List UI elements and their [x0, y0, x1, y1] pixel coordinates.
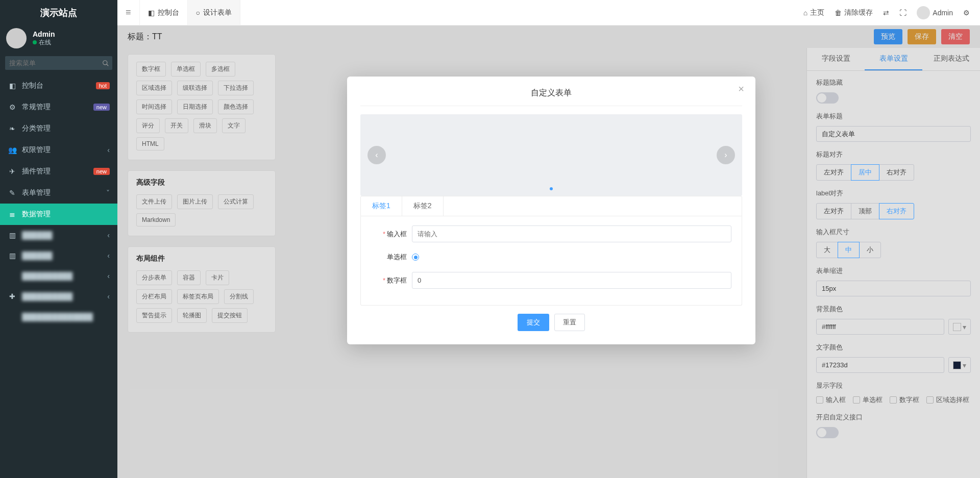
menu-icon: ◧ — [8, 82, 17, 90]
sidebar-item[interactable]: ⚙常规管理new — [0, 96, 117, 118]
sidebar-item[interactable]: ◧控制台hot — [0, 75, 117, 96]
sidebar-item[interactable]: ❧分类管理 — [0, 118, 117, 139]
seg-label-align[interactable]: 右对齐 — [879, 203, 914, 219]
sidebar-item[interactable]: ██████████████ — [0, 307, 117, 327]
sidebar-menu: ◧控制台hot⚙常规管理new❧分类管理👥权限管理‹✈插件管理new✎表单管理˅… — [0, 75, 117, 327]
menu-icon: ✎ — [8, 189, 17, 197]
seg-title-align[interactable]: 居中 — [851, 164, 879, 181]
menu-label: ██████ — [22, 251, 102, 260]
chevron-down-icon: ˅ — [106, 189, 110, 197]
tab-icon: ◧ — [148, 9, 155, 17]
chevron-left-icon: ‹ — [107, 231, 110, 239]
menu-label: 控制台 — [22, 81, 91, 90]
carousel-dot[interactable] — [550, 187, 553, 190]
menu-icon: ≣ — [8, 210, 17, 218]
home-icon: ⌂ — [803, 9, 807, 17]
menu-icon: ▥ — [8, 231, 17, 239]
menu-icon: ⚙ — [8, 103, 17, 111]
sidebar-item[interactable]: 👥权限管理‹ — [0, 139, 117, 161]
sidebar-item[interactable]: ✚██████████‹ — [0, 286, 117, 307]
sidebar: 演示站点 Admin 在线 ◧控制台hot⚙常规管理new❧分类管理👥权限管理‹… — [0, 0, 117, 478]
sidebar-item[interactable]: ✈插件管理new — [0, 161, 117, 182]
sidebar-item[interactable]: ▥██████‹ — [0, 225, 117, 245]
home-link[interactable]: ⌂主页 — [803, 8, 824, 17]
badge: new — [93, 104, 110, 111]
number-label: 数字框 — [387, 276, 407, 284]
sidebar-item[interactable]: ≣数据管理 — [0, 204, 117, 225]
menu-label: 数据管理 — [22, 210, 110, 219]
clear-cache-link[interactable]: 🗑清除缓存 — [835, 8, 873, 17]
svg-point-0 — [103, 60, 107, 64]
user-avatar[interactable] — [6, 28, 27, 48]
top-tab[interactable]: ○设计表单 — [188, 0, 240, 25]
menu-label: 表单管理 — [22, 188, 101, 197]
modal-tab[interactable]: 标签1 — [361, 196, 402, 216]
menu-label: 分类管理 — [22, 124, 110, 133]
badge: new — [93, 168, 110, 175]
menu-label: ██████████ — [22, 272, 102, 280]
sidebar-item[interactable]: ✎表单管理˅ — [0, 182, 117, 204]
input-label: 输入框 — [387, 230, 407, 238]
top-tab[interactable]: ◧控制台 — [140, 0, 188, 25]
menu-label: ██████████████ — [22, 313, 110, 321]
carousel[interactable]: ‹ › — [360, 114, 742, 196]
chevron-left-icon: ‹ — [107, 272, 110, 280]
user-block: Admin 在线 — [0, 26, 117, 51]
lang-icon[interactable]: ⇄ — [883, 9, 889, 17]
modal-form: × 自定义表单 ‹ › 标签1标签2 *输入框 单选框 *数字框 提交 重置 — [347, 77, 755, 344]
hamburger-icon[interactable]: ≡ — [117, 0, 140, 25]
menu-icon: ❧ — [8, 124, 17, 133]
reset-button[interactable]: 重置 — [554, 314, 585, 331]
radio-label: 单选框 — [387, 253, 407, 261]
modal-tabs: 标签1标签2 — [360, 196, 742, 216]
menu-label: 常规管理 — [22, 103, 88, 112]
modal-input-field[interactable] — [412, 225, 731, 242]
chevron-left-icon: ‹ — [107, 292, 110, 300]
tab-label: 控制台 — [158, 8, 179, 17]
user-status: 在线 — [33, 38, 55, 47]
modal-title: 自定义表单 — [360, 88, 742, 106]
topbar-user[interactable]: Admin — [917, 6, 953, 19]
chevron-left-icon: ‹ — [107, 251, 110, 260]
online-dot-icon — [33, 40, 37, 44]
tab-icon: ○ — [196, 9, 200, 17]
topbar: ≡ ◧控制台○设计表单 ⌂主页 🗑清除缓存 ⇄ ⛶ Admin ⚙ — [117, 0, 980, 26]
avatar-icon — [917, 6, 930, 19]
sidebar-item[interactable]: ▥██████‹ — [0, 245, 117, 266]
tab-label: 设计表单 — [203, 8, 232, 17]
modal-radio[interactable] — [412, 254, 419, 261]
fullscreen-icon[interactable]: ⛶ — [899, 9, 906, 17]
modal-tab[interactable]: 标签2 — [402, 196, 444, 216]
menu-search-input[interactable] — [5, 56, 99, 70]
search-icon[interactable] — [99, 56, 112, 70]
trash-icon: 🗑 — [835, 9, 842, 17]
carousel-next-icon[interactable]: › — [717, 146, 735, 164]
menu-label: ██████████ — [22, 292, 102, 300]
menu-icon: ✈ — [8, 167, 17, 175]
submit-button[interactable]: 提交 — [518, 314, 549, 331]
carousel-prev-icon[interactable]: ‹ — [368, 146, 386, 164]
badge: hot — [96, 82, 110, 89]
menu-label: 权限管理 — [22, 145, 102, 155]
gears-icon[interactable]: ⚙ — [963, 9, 970, 17]
modal-number-field[interactable] — [412, 272, 731, 289]
seg-input-size[interactable]: 中 — [838, 242, 860, 258]
brand-title: 演示站点 — [0, 0, 117, 26]
svg-line-1 — [107, 64, 109, 66]
close-icon[interactable]: × — [736, 84, 746, 94]
sidebar-item[interactable]: ██████████‹ — [0, 266, 117, 286]
menu-icon: 👥 — [8, 146, 17, 154]
menu-icon: ✚ — [8, 292, 17, 300]
menu-search[interactable] — [5, 56, 112, 70]
chevron-left-icon: ‹ — [107, 146, 110, 154]
menu-label: ██████ — [22, 231, 102, 239]
user-name: Admin — [33, 30, 55, 38]
menu-label: 插件管理 — [22, 167, 88, 176]
menu-icon: ▥ — [8, 251, 17, 260]
